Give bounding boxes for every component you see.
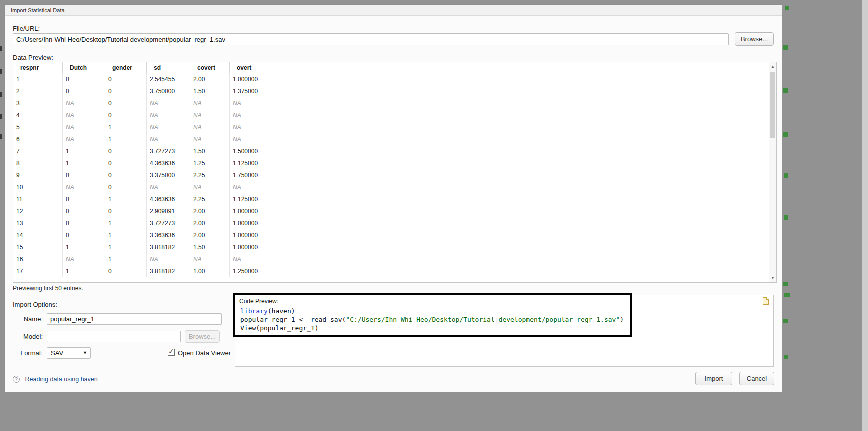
data-preview-label: Data Preview: (13, 54, 53, 61)
table-cell: 1 (63, 145, 105, 157)
table-cell: 1.375000 (230, 85, 275, 97)
table-cell: 3.750000 (147, 85, 190, 97)
table-cell: 3.727273 (147, 217, 190, 229)
code-preview-code: library(haven)popular_regr_1 <- read_sav… (240, 307, 768, 332)
background-artifact (0, 69, 2, 74)
help-icon[interactable]: ? (13, 376, 20, 383)
code-line: library(haven) (240, 307, 768, 315)
background-artifact (785, 6, 789, 10)
code-text: ) (620, 316, 624, 323)
cancel-button[interactable]: Cancel (739, 372, 774, 385)
copy-code-icon[interactable] (763, 297, 769, 305)
table-cell: 1 (105, 121, 147, 133)
help-link-row[interactable]: ? Reading data using haven (13, 374, 98, 382)
table-cell: 1 (105, 133, 147, 145)
background-artifact (783, 88, 788, 93)
import-button[interactable]: Import (695, 372, 732, 385)
table-cell: 1 (105, 253, 147, 265)
table-cell: 0 (105, 205, 147, 217)
help-link[interactable]: Reading data using haven (25, 376, 97, 383)
browse-button[interactable]: Browse... (735, 32, 774, 46)
code-line: View(popular_regr_1) (240, 324, 768, 332)
model-browse-button[interactable]: Browse... (185, 330, 220, 343)
background-artifact (784, 355, 788, 359)
table-cell: NA (190, 121, 230, 133)
table-cell: 1.250000 (230, 265, 275, 277)
import-options-label: Import Options: (13, 301, 57, 308)
table-cell: 12 (13, 205, 63, 217)
table-cell: 1.000000 (230, 217, 275, 229)
table-row: 9003.3750002.251.750000 (13, 169, 275, 181)
column-header-respnr: respnr (13, 62, 63, 73)
table-row: 4NA0NANANA (13, 109, 275, 121)
column-header-sd: sd (147, 62, 190, 73)
name-label: Name: (12, 315, 43, 323)
table-cell: 6 (13, 133, 63, 145)
table-cell: 4.363636 (147, 193, 190, 205)
table-cell: NA (63, 121, 105, 133)
table-cell: 1.750000 (230, 169, 275, 181)
table-cell: 2.909091 (147, 205, 190, 217)
table-cell: NA (230, 253, 275, 265)
background-artifact (783, 132, 788, 137)
scrollbar-thumb[interactable] (770, 72, 775, 138)
table-row: 13013.7272732.001.000000 (13, 217, 275, 229)
background-artifact (0, 114, 2, 119)
table-cell: 2 (13, 85, 63, 97)
code-keyword: library (240, 307, 268, 315)
table-cell: 2.00 (190, 229, 230, 241)
table-cell: 3.363636 (147, 229, 190, 241)
screen: { "dialog": { "title": "Import Statistic… (0, 0, 868, 431)
table-cell: 0 (105, 181, 147, 193)
vertical-scrollbar[interactable]: ▲ ▼ (769, 62, 776, 282)
column-header-overt: overt (230, 62, 275, 73)
data-preview-tbody: 1002.5454552.001.0000002003.7500001.501.… (13, 73, 275, 277)
background-artifact (784, 215, 788, 220)
table-cell: NA (147, 97, 190, 109)
data-preview-table: respnrDutchgendersdcovertovert 1002.5454… (13, 62, 275, 277)
file-url-label: File/URL: (13, 25, 40, 32)
background-artifact (0, 134, 2, 139)
table-cell: 0 (63, 85, 105, 97)
table-cell: 1.125000 (230, 193, 275, 205)
model-input[interactable] (47, 331, 181, 342)
table-cell: 3.727273 (147, 145, 190, 157)
table-cell: 3 (13, 97, 63, 109)
table-cell: NA (63, 181, 105, 193)
name-input[interactable] (47, 313, 222, 325)
code-text: View(popular_regr_1) (240, 324, 319, 332)
table-cell: 1 (63, 241, 105, 253)
table-cell: NA (147, 253, 190, 265)
format-select[interactable]: SAV ▼ (47, 347, 91, 359)
file-url-input[interactable] (13, 33, 729, 45)
table-row: 15113.8181821.501.000000 (13, 241, 275, 253)
table-cell: 3.375000 (147, 169, 190, 181)
table-row: 5NA1NANANA (13, 121, 275, 133)
table-cell: 5 (13, 121, 63, 133)
table-cell: NA (190, 109, 230, 121)
table-cell: 0 (63, 205, 105, 217)
table-cell: 1 (105, 217, 147, 229)
table-cell: 8 (13, 157, 63, 169)
table-cell: 2.00 (190, 73, 230, 85)
open-data-viewer-checkbox[interactable]: ✓ (168, 349, 175, 356)
scroll-down-icon[interactable]: ▼ (769, 274, 776, 282)
table-cell: 0 (105, 169, 147, 181)
table-cell: 1 (63, 157, 105, 169)
table-cell: NA (147, 109, 190, 121)
table-cell: 0 (63, 73, 105, 85)
table-row: 2003.7500001.501.375000 (13, 85, 275, 97)
data-preview-table-container: respnrDutchgendersdcovertovert 1002.5454… (13, 62, 777, 283)
table-row: 10NA0NANANA (13, 181, 275, 193)
table-cell: NA (230, 181, 275, 193)
open-data-viewer-label: Open Data Viewer (178, 349, 231, 357)
table-cell: NA (147, 181, 190, 193)
code-preview-label: Code Preview: (239, 298, 278, 305)
table-cell: NA (63, 97, 105, 109)
table-row: 8104.3636361.251.125000 (13, 157, 275, 169)
scroll-up-icon[interactable]: ▲ (769, 63, 776, 70)
table-row: 7103.7272731.501.500000 (13, 145, 275, 157)
table-row: 3NA0NANANA (13, 97, 275, 109)
table-row: 6NA1NANANA (13, 133, 275, 145)
dialog-titlebar[interactable]: Import Statistical Data (5, 5, 782, 16)
